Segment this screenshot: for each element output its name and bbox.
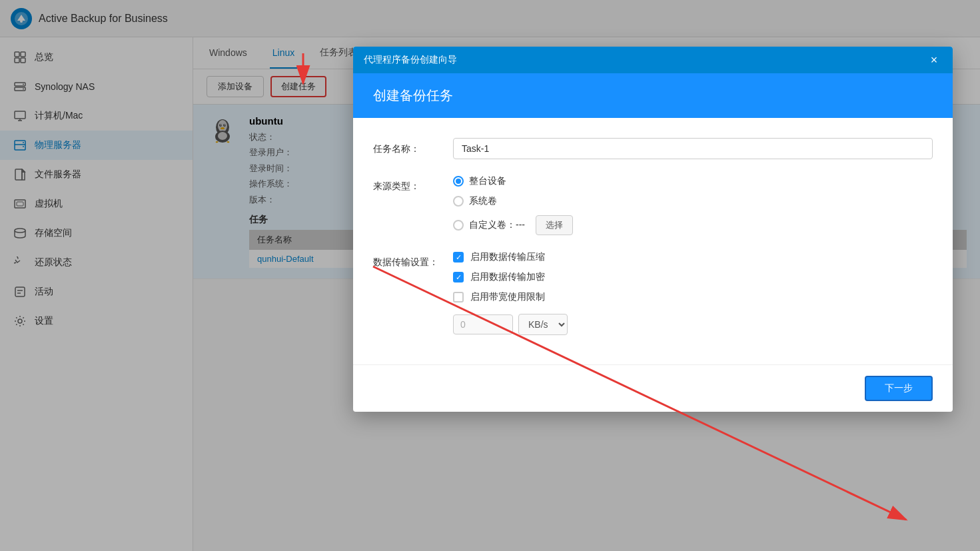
create-task-dialog: 代理程序备份创建向导 × 创建备份任务 任务名称： 来源类型： 整台设备 [353, 47, 953, 412]
radio-custom-volume[interactable]: 自定义卷：--- 选择 [453, 215, 933, 235]
radio-full-device-circle[interactable] [453, 176, 464, 187]
task-name-input[interactable] [453, 138, 933, 159]
checkbox-compression-box[interactable] [453, 252, 464, 263]
checkbox-bandwidth-box[interactable] [453, 292, 464, 302]
radio-system-volume-label: 系统卷 [469, 195, 497, 207]
dialog-titlebar: 代理程序备份创建向导 × [353, 47, 953, 73]
bandwidth-row: KB/s MB/s [453, 314, 933, 335]
dialog-body: 任务名称： 来源类型： 整台设备 系统卷 自定义卷：--- [353, 118, 953, 364]
bandwidth-unit-select[interactable]: KB/s MB/s [518, 314, 568, 335]
checkbox-compression-label: 启用数据传输压缩 [470, 251, 545, 263]
dialog-header-title: 创建备份任务 [373, 87, 933, 105]
select-volume-button[interactable]: 选择 [536, 215, 573, 235]
radio-full-device-label: 整台设备 [469, 175, 506, 187]
radio-system-volume[interactable]: 系统卷 [453, 195, 933, 207]
form-row-source-type: 来源类型： 整台设备 系统卷 自定义卷：--- 选择 [373, 175, 933, 235]
data-transfer-label: 数据传输设置： [373, 251, 453, 269]
radio-custom-volume-label: 自定义卷：--- [469, 219, 525, 231]
form-row-data-transfer: 数据传输设置： 启用数据传输压缩 启用数据传输加密 启用带宽使用限制 [373, 251, 933, 335]
checkbox-encryption-label: 启用数据传输加密 [470, 271, 545, 283]
checkbox-bandwidth-label: 启用带宽使用限制 [470, 291, 545, 303]
source-type-options: 整台设备 系统卷 自定义卷：--- 选择 [453, 175, 933, 235]
task-name-label: 任务名称： [373, 138, 453, 155]
radio-system-volume-circle[interactable] [453, 196, 464, 207]
task-name-controls [453, 138, 933, 159]
bandwidth-value-input[interactable] [453, 314, 513, 334]
radio-custom-volume-circle[interactable] [453, 220, 464, 231]
data-transfer-options: 启用数据传输压缩 启用数据传输加密 启用带宽使用限制 KB/s MB/s [453, 251, 933, 335]
dialog-title: 代理程序备份创建向导 [364, 54, 457, 66]
checkbox-encryption[interactable]: 启用数据传输加密 [453, 271, 933, 283]
next-step-button[interactable]: 下一步 [865, 376, 933, 401]
dialog-footer: 下一步 [353, 364, 953, 412]
checkbox-bandwidth[interactable]: 启用带宽使用限制 [453, 291, 933, 303]
checkbox-compression[interactable]: 启用数据传输压缩 [453, 251, 933, 263]
radio-full-device[interactable]: 整台设备 [453, 175, 933, 187]
checkbox-encryption-box[interactable] [453, 272, 464, 282]
form-row-task-name: 任务名称： [373, 138, 933, 159]
dialog-header: 创建备份任务 [353, 73, 953, 118]
source-type-label: 来源类型： [373, 175, 453, 193]
dialog-close-button[interactable]: × [926, 52, 942, 68]
